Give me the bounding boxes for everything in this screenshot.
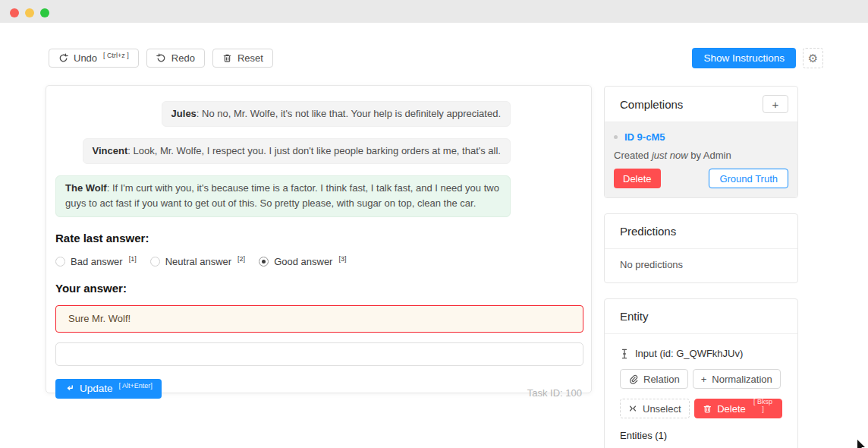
plus-icon: + <box>772 98 779 111</box>
task-id-label: Task ID: 100 <box>527 387 582 399</box>
speaker-name: The Wolf <box>65 182 107 194</box>
answer-heading: Your answer: <box>55 282 582 295</box>
paperclip-icon <box>628 374 638 384</box>
undo-button[interactable]: Undo[ Ctrl+z ] <box>49 49 139 68</box>
rate-heading: Rate last answer: <box>55 232 582 245</box>
ground-truth-button[interactable]: Ground Truth <box>709 169 788 188</box>
choice-neutral-answer[interactable]: Neutral answer[2] <box>150 256 245 267</box>
delete-entity-label: Delete <box>717 403 746 415</box>
show-instructions-button[interactable]: Show Instructions <box>692 48 796 68</box>
enter-icon <box>64 383 74 393</box>
gear-icon: ⚙ <box>808 52 818 64</box>
history-toolbar: Undo[ Ctrl+z ] Redo Reset <box>49 49 273 68</box>
answer-textarea[interactable]: Sure Mr. Wolf! <box>55 305 583 333</box>
choice-label: Good answer <box>274 256 332 267</box>
relation-label: Relation <box>643 374 680 385</box>
trash-icon <box>703 404 712 414</box>
mouse-cursor <box>857 440 868 448</box>
undo-icon <box>58 53 68 63</box>
entity-panel: Entity Input (id: G_QWFkhJUv) Relation +… <box>604 298 798 448</box>
selected-entity-row: Input (id: G_QWFkhJUv) <box>620 348 782 359</box>
choice-good-answer[interactable]: Good answer[3] <box>259 256 346 267</box>
update-button[interactable]: Update[ Alt+Enter] <box>55 379 162 399</box>
settings-button[interactable]: ⚙ <box>803 48 823 68</box>
answer-extra-input[interactable] <box>55 342 583 366</box>
predictions-empty-text: No predictions <box>605 249 797 282</box>
choice-hotkey: [3] <box>338 255 346 263</box>
choice-bad-answer[interactable]: Bad answer[1] <box>55 256 137 267</box>
predictions-panel: Predictions No predictions <box>604 213 798 283</box>
delete-entity-hotkey: [ Bksp ] <box>752 398 774 413</box>
rating-choices: Bad answer[1] Neutral answer[2] Good ans… <box>55 256 582 267</box>
speaker-sep: : <box>197 108 202 119</box>
radio-icon[interactable] <box>55 257 65 267</box>
delete-completion-button[interactable]: Delete <box>614 169 661 188</box>
normalization-label: Normalization <box>712 374 772 385</box>
text-cursor-icon <box>620 349 629 359</box>
completions-panel: Completions + ID 9-cM5 Created just now … <box>604 86 798 198</box>
shrink-icon <box>628 404 637 413</box>
close-window-icon[interactable] <box>10 8 19 17</box>
zoom-window-icon[interactable] <box>40 8 49 17</box>
undo-hotkey: [ Ctrl+z ] <box>103 52 129 59</box>
redo-icon <box>156 53 166 63</box>
choice-label: Bad answer <box>71 256 123 267</box>
completion-id-link[interactable]: ID 9-cM5 <box>624 131 665 143</box>
submit-row: Update[ Alt+Enter] Task ID: 100 <box>55 379 582 399</box>
unselect-button[interactable]: Unselect <box>620 399 690 418</box>
speaker-name: Jules <box>171 108 197 119</box>
entities-count-label: Entities (1) <box>620 430 782 441</box>
speaker-name: Vincent <box>93 145 128 156</box>
completion-created: Created just now by Admin <box>614 150 788 161</box>
add-completion-button[interactable]: + <box>763 95 788 113</box>
choice-label: Neutral answer <box>165 256 231 267</box>
radio-checked-icon[interactable] <box>259 257 269 267</box>
bullet-icon <box>614 135 618 139</box>
delete-entity-button[interactable]: Delete[ Bksp ] <box>694 399 782 418</box>
selected-entity-label: Input (id: G_QWFkhJUv) <box>635 348 743 359</box>
update-label: Update <box>80 383 113 394</box>
completion-item[interactable]: ID 9-cM5 Created just now by Admin Delet… <box>605 122 797 197</box>
undo-label: Undo <box>74 52 97 64</box>
choice-hotkey: [2] <box>237 255 245 263</box>
redo-label: Redo <box>171 52 195 64</box>
unselect-label: Unselect <box>643 403 681 415</box>
dialog-view: Jules: No no, Mr. Wolfe, it's not like t… <box>55 101 511 229</box>
traffic-lights <box>10 8 49 17</box>
relation-button[interactable]: Relation <box>620 369 688 389</box>
top-right-actions: Show Instructions ⚙ <box>692 48 823 68</box>
message-text: Look, Mr. Wolfe, I respect you. I just d… <box>133 145 501 156</box>
update-hotkey: [ Alt+Enter] <box>119 382 153 390</box>
entity-title: Entity <box>620 310 649 323</box>
message-text: No no, Mr. Wolfe, it's not like that. Yo… <box>202 108 501 119</box>
sidebar: Completions + ID 9-cM5 Created just now … <box>604 86 798 448</box>
plus-icon: + <box>701 374 707 385</box>
redo-button[interactable]: Redo <box>146 49 205 68</box>
minimize-window-icon[interactable] <box>25 8 34 17</box>
normalization-button[interactable]: + Normalization <box>693 369 781 389</box>
trash-icon <box>222 53 232 63</box>
dialog-message-highlighted: The Wolf: If I'm curt with you, it's bec… <box>55 175 511 216</box>
task-card: Jules: No no, Mr. Wolfe, it's not like t… <box>46 85 592 393</box>
dialog-message: Vincent: Look, Mr. Wolfe, I respect you.… <box>83 138 511 164</box>
predictions-title: Predictions <box>620 225 676 238</box>
radio-icon[interactable] <box>150 257 160 267</box>
choice-hotkey: [1] <box>129 255 137 263</box>
reset-label: Reset <box>237 52 263 64</box>
reset-button[interactable]: Reset <box>212 49 273 68</box>
speaker-sep: : <box>107 182 112 194</box>
message-text: If I'm curt with you, it's because time … <box>65 182 499 209</box>
completions-title: Completions <box>620 98 683 111</box>
dialog-message: Jules: No no, Mr. Wolfe, it's not like t… <box>162 101 511 127</box>
window-titlebar <box>0 0 868 23</box>
